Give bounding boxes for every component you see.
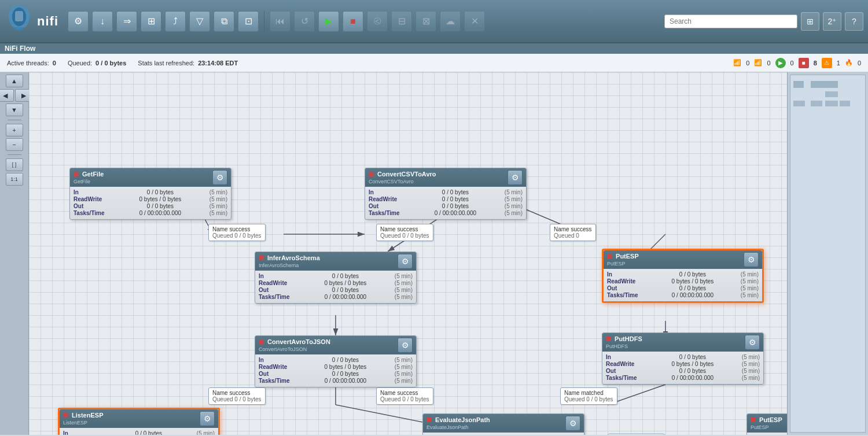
active-threads-value: 0 bbox=[53, 60, 56, 66]
stats-time: 23:14:08 EDT bbox=[198, 60, 238, 66]
actual-size-btn[interactable]: 1:1 bbox=[6, 173, 23, 186]
convertcsv-title: ConvertCSVToAvro bbox=[377, 171, 436, 178]
logo: nifi bbox=[5, 5, 58, 37]
listenesp-processor[interactable]: ListenESP ListenESP ⚙ In0 / 0 bytes(5 mi… bbox=[58, 408, 220, 435]
search-input[interactable] bbox=[664, 14, 797, 28]
putesp-top-processor[interactable]: PutESP PutESP ⚙ In0 / 0 bytes(5 min) Rea… bbox=[602, 249, 764, 303]
inferschema-processor[interactable]: InferAvroSchema InferAvroSchema ⚙ In0 / … bbox=[255, 252, 417, 304]
upload-btn[interactable]: ⊡ bbox=[238, 11, 259, 32]
convertavro-body: In0 / 0 bytes(5 min) ReadWrite0 bytes / … bbox=[255, 354, 416, 387]
enable-btn[interactable]: ⊟ bbox=[391, 11, 412, 32]
puthdfs-processor[interactable]: PutHDFS PutHDFS ⚙ In0 / 0 bytes(5 min) R… bbox=[602, 332, 764, 385]
convertavro-processor[interactable]: ConvertAvroToJSON ConvertAvroToJSON ⚙ In… bbox=[255, 335, 417, 387]
template-btn[interactable]: ⧉ bbox=[214, 11, 234, 32]
putesp-bottom-subtitle: PutESP bbox=[751, 424, 769, 430]
conn-label-1: Name success Queued 0 / 0 bytes bbox=[208, 224, 266, 241]
getfile-processor[interactable]: GetFile GetFile ⚙ In0 / 0 bytes(5 min) R… bbox=[69, 168, 231, 220]
conn-label-4: Name success Queued 0 / 0 bytes bbox=[208, 387, 266, 405]
convertcsv-processor[interactable]: ConvertCSVToAvro ConvertCSVToAvro ⚙ In0 … bbox=[365, 168, 527, 220]
zoom-in-btn[interactable]: + bbox=[6, 124, 23, 136]
warn-status-icon: ⚠ bbox=[822, 58, 832, 68]
putesp-top-title: PutESP bbox=[616, 253, 639, 260]
getfile-status-icon bbox=[73, 172, 78, 176]
convertavro-icon: ⚙ bbox=[398, 338, 413, 353]
evaluatejson-title: EvaluateJsonPath bbox=[435, 416, 490, 423]
add-input-btn[interactable]: ↓ bbox=[92, 11, 113, 32]
inferschema-subtitle: InferAvroSchema bbox=[259, 263, 299, 268]
puthdfs-title: PutHDFS bbox=[615, 335, 642, 342]
disable-btn[interactable]: ⊠ bbox=[415, 11, 436, 32]
queued-group: Queued: 0 / 0 bytes bbox=[68, 60, 126, 66]
add-process-group-btn[interactable]: ⊞ bbox=[141, 11, 161, 32]
putesp-bottom-body: In0 / 0 bytes(5 min) ReadWrite0 bytes / … bbox=[747, 433, 787, 435]
toolbar: nifi ⚙ ↓ ⇒ ⊞ ⤴ ▽ ⧉ ⊡ ⏮ ↺ ▶ ■ ⧀ ⊟ ⊠ ☁ ✕ ⊞… bbox=[0, 0, 868, 43]
play-all-btn[interactable]: ▶ bbox=[318, 11, 339, 32]
minimap[interactable] bbox=[787, 72, 868, 435]
grid-view-btn[interactable]: ⊞ bbox=[801, 12, 819, 31]
convertcsv-icon: ⚙ bbox=[507, 170, 523, 185]
queued-value: 0 / 0 bytes bbox=[95, 60, 126, 66]
left-panel: ▲ ◀ ▶ ▼ + − [ ] 1:1 bbox=[0, 72, 29, 435]
listenesp-status-icon bbox=[63, 413, 68, 417]
navigate-left-btn[interactable]: ◀ bbox=[0, 89, 14, 102]
add-remote-group-btn[interactable]: ⤴ bbox=[165, 11, 186, 32]
puthdfs-status-icon bbox=[606, 337, 610, 341]
evaluatejson-status-icon bbox=[426, 417, 431, 422]
schedule-btn[interactable]: ⧀ bbox=[367, 11, 388, 32]
zoom-out-btn[interactable]: − bbox=[6, 138, 23, 151]
rewind-btn[interactable]: ⏮ bbox=[270, 11, 290, 32]
listenesp-body: In0 / 0 bytes(5 min) ReadWrite0 bytes / … bbox=[60, 428, 218, 435]
fit-btn[interactable]: [ ] bbox=[6, 158, 23, 171]
convertcsv-status-icon bbox=[369, 172, 373, 176]
evaluatejson-processor[interactable]: EvaluateJsonPath EvaluateJsonPath ⚙ In0 … bbox=[422, 413, 584, 435]
convertcsv-body: In0 / 0 bytes(5 min) ReadWrite0 / 0 byte… bbox=[365, 187, 526, 219]
help-btn[interactable]: ? bbox=[845, 12, 863, 31]
putesp-top-icon: ⚙ bbox=[744, 252, 759, 267]
zoom-separator bbox=[8, 120, 21, 120]
undo-btn[interactable]: ↺ bbox=[294, 11, 315, 32]
convertavro-subtitle: ConvertAvroToJSON bbox=[259, 346, 307, 352]
putesp-top-body: In0 / 0 bytes(5 min) ReadWrite0 bytes / … bbox=[604, 269, 762, 301]
toolbar-separator bbox=[264, 11, 264, 32]
play-status-icon: ▶ bbox=[775, 58, 786, 68]
listenesp-subtitle: ListenESP bbox=[63, 420, 87, 426]
putesp-top-status-icon bbox=[607, 254, 612, 258]
flow-title: NiFi Flow bbox=[0, 43, 868, 54]
navigate-up-btn[interactable]: ▲ bbox=[6, 75, 23, 87]
delete-btn[interactable]: ✕ bbox=[464, 11, 485, 32]
zoom-separator2 bbox=[8, 154, 21, 155]
inferschema-status-icon bbox=[259, 256, 263, 260]
nifi-logo-icon bbox=[5, 5, 34, 37]
putesp-bottom-processor[interactable]: PutESP PutESP ⚙ In0 / 0 bytes(5 min) Rea… bbox=[746, 413, 787, 435]
conn-label-2: Name success Queued 0 / 0 bytes bbox=[376, 224, 433, 241]
convertcsv-subtitle: ConvertCSVToAvro bbox=[369, 179, 414, 184]
inferschema-title: InferAvroSchema bbox=[267, 254, 320, 261]
conn-label-3: Name success Queued 0 bbox=[550, 224, 596, 241]
stats-label: Stats last refreshed: bbox=[138, 60, 194, 66]
err-icon: 🔥 bbox=[845, 59, 853, 66]
wifi2-icon: 📶 bbox=[754, 59, 762, 66]
getfile-subtitle: GetFile bbox=[73, 179, 90, 184]
flow-canvas[interactable]: GetFile GetFile ⚙ In0 / 0 bytes(5 min) R… bbox=[29, 72, 787, 435]
active-threads-label: Active threads: bbox=[7, 60, 49, 66]
stop-count: 8 bbox=[814, 60, 817, 66]
putesp-bottom-title: PutESP bbox=[759, 416, 782, 423]
puthdfs-subtitle: PutHDFS bbox=[606, 343, 628, 349]
queued-label: Queued: bbox=[68, 60, 92, 66]
add-output-btn[interactable]: ⇒ bbox=[116, 11, 137, 32]
inferschema-icon: ⚙ bbox=[398, 254, 413, 269]
convertavro-title: ConvertAvroToJSON bbox=[267, 338, 330, 345]
add-processor-btn[interactable]: ⚙ bbox=[68, 11, 89, 32]
filter-btn[interactable]: ▽ bbox=[189, 11, 210, 32]
evaluatejson-icon: ⚙ bbox=[565, 416, 580, 431]
listenesp-title: ListenESP bbox=[72, 412, 103, 419]
navigate-down-btn[interactable]: ▼ bbox=[6, 104, 23, 116]
svg-rect-2 bbox=[15, 11, 23, 21]
conn-label-7: Name matched Queued 0 / 0 bytes bbox=[608, 434, 665, 435]
remote-btn[interactable]: ☁ bbox=[440, 11, 461, 32]
user-btn[interactable]: 2⁺ bbox=[823, 12, 841, 31]
status-icons: 📶 0 📶 0 ▶ 0 ■ 8 ⚠ 1 🔥 0 bbox=[733, 58, 861, 68]
putesp-bottom-status-icon bbox=[751, 417, 755, 422]
stop-all-btn[interactable]: ■ bbox=[343, 11, 363, 32]
stop-status-icon: ■ bbox=[799, 58, 809, 68]
